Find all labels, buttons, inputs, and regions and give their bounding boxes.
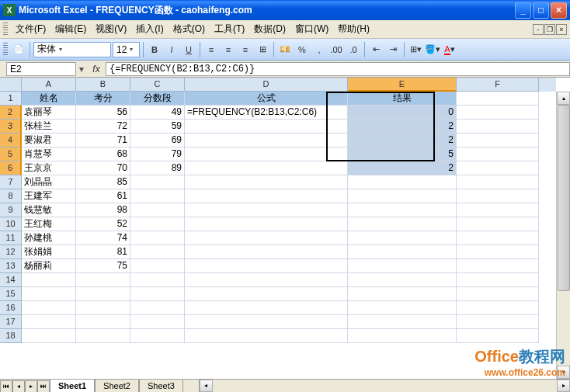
cell-B11[interactable]: 74	[76, 231, 130, 245]
cell-C17[interactable]	[130, 315, 185, 329]
cell-E6[interactable]: 2	[348, 161, 457, 175]
cell-A3[interactable]: 张桂兰	[22, 120, 76, 134]
cell-F2[interactable]	[457, 106, 539, 120]
scroll-thumb[interactable]	[558, 105, 570, 291]
cell-E17[interactable]	[348, 315, 457, 329]
cell-B2[interactable]: 56	[76, 106, 130, 120]
cell-B1[interactable]: 考分	[76, 92, 130, 106]
menu-window[interactable]: 窗口(W)	[290, 21, 333, 37]
cell-F8[interactable]	[457, 189, 539, 203]
doc-restore-button[interactable]: ❐	[544, 24, 555, 35]
row-header-18[interactable]: 18	[0, 329, 22, 343]
name-box-dropdown[interactable]: ▾	[76, 64, 87, 75]
comma-button[interactable]: ,	[311, 42, 327, 57]
cell-B6[interactable]: 70	[76, 161, 130, 175]
tab-nav-prev[interactable]: ◂	[12, 380, 25, 393]
cell-E9[interactable]	[348, 203, 457, 217]
cell-F5[interactable]	[457, 147, 539, 161]
cell-F13[interactable]	[457, 259, 539, 273]
sheet-tab-1[interactable]: Sheet1	[50, 380, 95, 392]
cell-D8[interactable]	[185, 189, 348, 203]
cell-D5[interactable]	[185, 147, 348, 161]
menu-data[interactable]: 数据(D)	[249, 21, 290, 37]
cell-A1[interactable]: 姓名	[22, 92, 76, 106]
cell-D6[interactable]	[185, 161, 348, 175]
decrease-indent-button[interactable]: ⇤	[368, 42, 384, 57]
cell-D18[interactable]	[185, 329, 348, 343]
cell-B14[interactable]	[76, 273, 130, 287]
cell-E10[interactable]	[348, 217, 457, 231]
cell-E14[interactable]	[348, 273, 457, 287]
col-header-F[interactable]: F	[457, 78, 539, 92]
row-header-4[interactable]: 4	[0, 134, 22, 147]
menu-tools[interactable]: 工具(T)	[210, 21, 249, 37]
cell-E4[interactable]: 2	[348, 134, 457, 147]
menu-insert[interactable]: 插入(I)	[131, 21, 168, 37]
row-header-16[interactable]: 16	[0, 301, 22, 315]
cell-F17[interactable]	[457, 315, 539, 329]
toolbar-grip[interactable]	[3, 43, 8, 57]
cell-A10[interactable]: 王红梅	[22, 217, 76, 231]
cell-D17[interactable]	[185, 315, 348, 329]
cell-A8[interactable]: 王建军	[22, 189, 76, 203]
cell-D16[interactable]	[185, 301, 348, 315]
col-header-A[interactable]: A	[22, 78, 76, 92]
row-header-6[interactable]: 6	[0, 161, 22, 175]
cell-C8[interactable]	[130, 189, 185, 203]
cell-A18[interactable]	[22, 329, 76, 343]
cell-D14[interactable]	[185, 273, 348, 287]
cell-D10[interactable]	[185, 217, 348, 231]
menu-edit[interactable]: 编辑(E)	[50, 21, 91, 37]
hscroll-left-button[interactable]: ◂	[200, 380, 213, 392]
sheet-tab-2[interactable]: Sheet2	[95, 380, 139, 392]
cell-D12[interactable]	[185, 245, 348, 259]
cell-A11[interactable]: 孙建桃	[22, 231, 76, 245]
fill-color-button[interactable]: 🪣▾	[425, 42, 440, 57]
cell-B13[interactable]: 75	[76, 259, 130, 273]
cell-D9[interactable]	[185, 203, 348, 217]
doc-close-button[interactable]: ×	[556, 24, 567, 35]
cell-B9[interactable]: 98	[76, 203, 130, 217]
cell-C16[interactable]	[130, 301, 185, 315]
row-header-9[interactable]: 9	[0, 203, 22, 217]
name-box[interactable]: E2	[6, 62, 76, 76]
fx-button[interactable]: fx	[87, 64, 106, 75]
cell-A13[interactable]: 杨丽莉	[22, 259, 76, 273]
cell-F6[interactable]	[457, 161, 539, 175]
cell-C2[interactable]: 49	[130, 106, 185, 120]
cell-D7[interactable]	[185, 175, 348, 189]
cell-E2[interactable]: 0	[348, 106, 457, 120]
row-header-15[interactable]: 15	[0, 287, 22, 301]
row-header-14[interactable]: 14	[0, 273, 22, 287]
cell-F3[interactable]	[457, 120, 539, 134]
row-header-12[interactable]: 12	[0, 245, 22, 259]
borders-button[interactable]: ⊞▾	[408, 42, 423, 57]
decrease-decimal-button[interactable]: .0	[346, 42, 361, 57]
cell-C1[interactable]: 分数段	[130, 92, 185, 106]
horizontal-scrollbar[interactable]: ◂ ▸	[199, 380, 570, 392]
vertical-scrollbar[interactable]: ▴ ▾	[556, 92, 570, 379]
row-header-2[interactable]: 2	[0, 106, 22, 120]
cell-A14[interactable]	[22, 273, 76, 287]
menu-help[interactable]: 帮助(H)	[333, 21, 374, 37]
cell-D13[interactable]	[185, 259, 348, 273]
underline-button[interactable]: U	[181, 42, 196, 57]
row-header-8[interactable]: 8	[0, 189, 22, 203]
cell-E7[interactable]	[348, 175, 457, 189]
col-header-D[interactable]: D	[185, 78, 348, 92]
cell-B7[interactable]: 85	[76, 175, 130, 189]
cell-F7[interactable]	[457, 175, 539, 189]
cell-D11[interactable]	[185, 231, 348, 245]
cell-B18[interactable]	[76, 329, 130, 343]
cell-A7[interactable]: 刘晶晶	[22, 175, 76, 189]
cell-E15[interactable]	[348, 287, 457, 301]
cell-A6[interactable]: 王京京	[22, 161, 76, 175]
cell-A17[interactable]	[22, 315, 76, 329]
cell-C12[interactable]	[130, 245, 185, 259]
cell-C6[interactable]: 89	[130, 161, 185, 175]
cell-D2[interactable]: =FREQUENCY(B2:B13,C2:C6)	[185, 106, 348, 120]
menubar-grip[interactable]	[3, 23, 8, 36]
cell-C7[interactable]	[130, 175, 185, 189]
maximize-button[interactable]: □	[533, 2, 549, 19]
cell-D3[interactable]	[185, 120, 348, 134]
